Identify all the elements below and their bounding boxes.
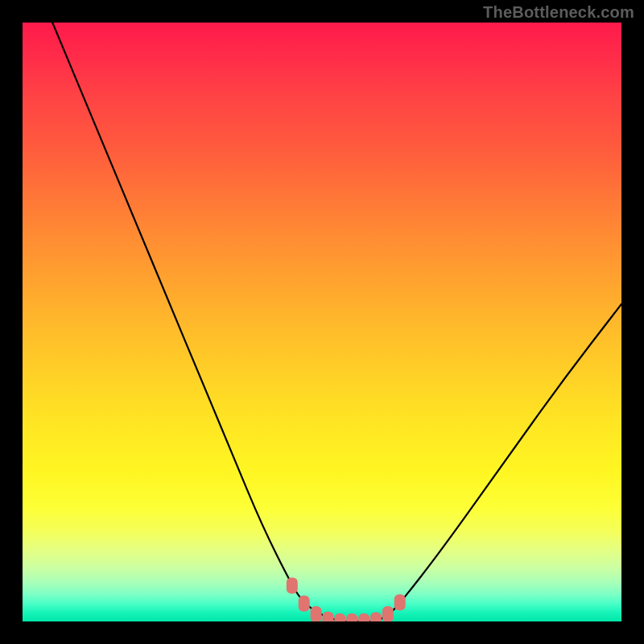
bottleneck-chart-svg bbox=[23, 23, 621, 621]
highlight-marker bbox=[382, 606, 394, 621]
highlight-markers bbox=[287, 577, 406, 621]
highlight-marker bbox=[358, 613, 369, 621]
highlight-marker bbox=[370, 613, 382, 622]
plot-area bbox=[23, 23, 621, 621]
highlight-marker bbox=[322, 612, 333, 621]
highlight-marker bbox=[394, 594, 406, 610]
highlight-marker bbox=[346, 613, 357, 621]
highlight-marker bbox=[311, 606, 322, 621]
highlight-marker bbox=[299, 596, 310, 612]
chart-frame: TheBottleneck.com bbox=[0, 0, 644, 644]
highlight-marker bbox=[334, 613, 345, 621]
watermark-text: TheBottleneck.com bbox=[483, 3, 634, 22]
bottleneck-curve bbox=[52, 23, 621, 621]
highlight-marker bbox=[287, 577, 298, 593]
